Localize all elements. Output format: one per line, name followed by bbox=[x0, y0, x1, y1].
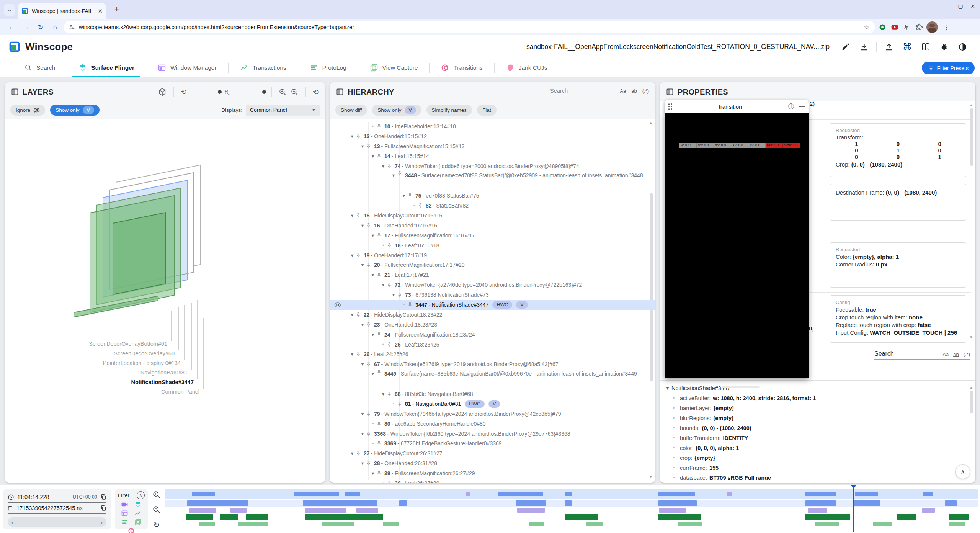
transactions-event[interactable] bbox=[305, 508, 346, 513]
protolog-event[interactable] bbox=[949, 522, 965, 526]
expander-icon[interactable]: ▼ bbox=[349, 253, 356, 258]
new-tab-button[interactable]: + bbox=[112, 5, 122, 14]
protolog-event[interactable] bbox=[199, 522, 215, 526]
expander-icon[interactable]: ▼ bbox=[349, 213, 356, 218]
nav-tab-surface-flinger[interactable]: Surface Flinger bbox=[67, 58, 146, 77]
expander-icon[interactable]: ▼ bbox=[369, 369, 376, 379]
hierarchy-tree-row[interactable]: ▼ 15 - HideDisplayCutout:16:16#15 bbox=[330, 211, 655, 221]
transactions-event[interactable] bbox=[922, 508, 935, 513]
pin-icon[interactable] bbox=[366, 322, 372, 327]
layer-label[interactable]: ScreenDecorOverlayBottom#61 bbox=[89, 341, 167, 347]
hierarchy-tree-row[interactable]: • 81 - NavigationBar0#81 HWCV bbox=[330, 399, 655, 409]
window-maximize-button[interactable]: ▢ bbox=[955, 3, 966, 9]
properties-tree-root[interactable]: ▼ NotificationShade#3447 bbox=[664, 383, 966, 393]
pin-icon[interactable] bbox=[356, 352, 362, 357]
window-close-button[interactable]: ✕ bbox=[967, 3, 978, 9]
hierarchy-tree-row[interactable]: • 10 - ImePlaceholder:13:14#10 bbox=[330, 121, 655, 131]
window-manager-event[interactable] bbox=[897, 514, 916, 520]
view-capture-trace-icon[interactable] bbox=[134, 518, 142, 526]
expander-icon[interactable]: ▼ bbox=[390, 293, 397, 297]
property-item[interactable]: • bounds: (0, 0) - (1080, 2400) bbox=[664, 423, 966, 433]
properties-search[interactable]: Search Aa ab (.*) bbox=[874, 350, 970, 360]
hierarchy-tree-row[interactable]: ▼ 72 - WindowToken{a2746de type=2040 and… bbox=[330, 280, 655, 290]
timeline-zoom-in-icon[interactable] bbox=[152, 490, 161, 499]
pin-icon[interactable] bbox=[376, 369, 383, 374]
nav-tab-view-capture[interactable]: View Capture bbox=[358, 58, 430, 77]
expander-icon[interactable]: ▼ bbox=[359, 412, 366, 416]
pin-icon[interactable] bbox=[366, 411, 372, 417]
pin-icon[interactable] bbox=[366, 262, 372, 268]
match-case-toggle[interactable]: Aa bbox=[942, 352, 949, 357]
hierarchy-tree-row[interactable]: • 3369 - 67726bf EdgeBackGestureHandler0… bbox=[330, 439, 655, 449]
human-time-input[interactable]: 11:04:14.228 UTC+00:00 bbox=[8, 492, 106, 503]
layer-label[interactable]: ScreenDecorOverlay#60 bbox=[114, 350, 175, 356]
expander-icon[interactable]: ▼ bbox=[359, 322, 366, 327]
expander-icon[interactable]: • bbox=[411, 203, 418, 209]
expander-icon[interactable]: • bbox=[369, 123, 376, 129]
expander-icon[interactable]: ▼ bbox=[380, 164, 387, 168]
match-word-toggle[interactable]: ab bbox=[953, 352, 959, 357]
window-manager-trace-icon[interactable] bbox=[121, 510, 128, 517]
drag-handle-icon[interactable] bbox=[668, 103, 673, 110]
timeline-tracks[interactable] bbox=[165, 500, 978, 530]
pin-icon[interactable] bbox=[366, 223, 372, 228]
property-item[interactable]: • bufferTransform: IDENTITY bbox=[664, 433, 966, 443]
hierarchy-tree-row[interactable]: ▼ 3449 - Surface(name=885b63e Navigation… bbox=[330, 369, 655, 389]
expander-icon[interactable]: ▼ bbox=[369, 154, 376, 159]
simplify-names-chip[interactable]: Simplify names bbox=[426, 105, 472, 116]
screen-recording-overlay[interactable]: transition ⓘ — P: 0 / 1dX: 0.0dY: 0.0Xv:… bbox=[665, 100, 809, 378]
address-bar[interactable]: winscope.teams.x20web.corp.google.com/pr… bbox=[64, 21, 875, 33]
layer-label[interactable]: Common Panel bbox=[161, 389, 199, 395]
expander-icon[interactable]: ▼ bbox=[380, 283, 387, 287]
surface-flinger-event[interactable] bbox=[658, 500, 697, 506]
protolog-event[interactable] bbox=[529, 522, 544, 526]
pin-icon[interactable] bbox=[407, 193, 414, 198]
pin-icon[interactable] bbox=[397, 171, 403, 176]
hierarchy-tree-row[interactable]: ▼ 68 - 885b63e NavigationBar0#68 bbox=[330, 389, 655, 399]
dark-mode-icon[interactable] bbox=[957, 42, 967, 52]
hierarchy-tree-row[interactable]: ▼ 14 - Leaf:15:15#14 bbox=[330, 151, 655, 161]
nav-tab-jank-cujs[interactable]: Jank CUJs bbox=[495, 58, 559, 77]
timeline-zoom-out-icon[interactable] bbox=[152, 505, 161, 514]
window-manager-event[interactable] bbox=[246, 514, 268, 520]
frame-step-control[interactable]: ‹› bbox=[8, 517, 106, 527]
expander-icon[interactable]: ▼ bbox=[349, 312, 356, 317]
protolog-event[interactable] bbox=[873, 522, 892, 526]
property-item[interactable]: • currFrame: 155 bbox=[664, 463, 966, 473]
layer-label[interactable]: PointerLocation - display 0#134 bbox=[103, 360, 181, 366]
pin-icon[interactable] bbox=[366, 461, 372, 466]
url-text[interactable]: winscope.teams.x20web.corp.google.com/pr… bbox=[79, 24, 860, 30]
pin-icon[interactable] bbox=[397, 401, 403, 407]
minimize-icon[interactable]: — bbox=[799, 103, 805, 110]
regex-toggle[interactable]: (.*) bbox=[964, 352, 970, 357]
pin-icon[interactable] bbox=[418, 203, 424, 208]
reset-view-icon[interactable]: ⟲ bbox=[313, 88, 319, 96]
hierarchy-tree-row[interactable]: • 3447 - NotificationShade#3447 HWCV bbox=[330, 300, 655, 310]
pin-icon[interactable] bbox=[376, 421, 383, 427]
tab-search-button[interactable]: ⌄ bbox=[4, 4, 15, 16]
nav-tab-transactions[interactable]: Transactions bbox=[229, 58, 298, 77]
hierarchy-tree-row[interactable]: ▼ 19 - OneHanded:17:17#19 bbox=[330, 250, 655, 260]
hierarchy-tree-row[interactable]: ▼ 3448 - Surface(name=ed70f88 StatusBar)… bbox=[330, 171, 655, 191]
expander-icon[interactable]: ▼ bbox=[369, 273, 376, 277]
hierarchy-tree-row[interactable]: ▼ 28 - OneHanded:26:31#28 bbox=[330, 458, 655, 468]
protolog-event[interactable] bbox=[383, 522, 399, 526]
expander-icon[interactable]: ▼ bbox=[349, 134, 356, 139]
nav-tab-transitions[interactable]: Transitions bbox=[430, 58, 494, 77]
home-button[interactable]: ⌂ bbox=[49, 21, 61, 33]
pin-icon[interactable] bbox=[366, 144, 372, 149]
pin-icon[interactable] bbox=[356, 312, 362, 317]
info-icon[interactable]: ⓘ bbox=[788, 103, 794, 111]
expander-icon[interactable]: • bbox=[380, 481, 387, 483]
pin-icon[interactable] bbox=[356, 213, 362, 218]
hierarchy-tree-row[interactable]: ▼ 26 - Leaf:24:25#26 bbox=[330, 350, 655, 360]
hierarchy-tree-row[interactable]: ▼ 3368 - WindowToken{f6b2f60 type=2024 a… bbox=[330, 429, 655, 439]
expander-icon[interactable]: ▼ bbox=[359, 461, 366, 466]
hierarchy-tree-row[interactable]: • 18 - Leaf:16:16#18 bbox=[330, 240, 655, 250]
pin-icon[interactable] bbox=[387, 282, 393, 288]
edit-icon[interactable] bbox=[841, 42, 851, 52]
window-minimize-button[interactable]: — bbox=[942, 3, 953, 9]
protolog-event[interactable] bbox=[678, 522, 702, 526]
tab-close-icon[interactable]: ✕ bbox=[98, 8, 103, 15]
pin-icon[interactable] bbox=[376, 332, 383, 337]
